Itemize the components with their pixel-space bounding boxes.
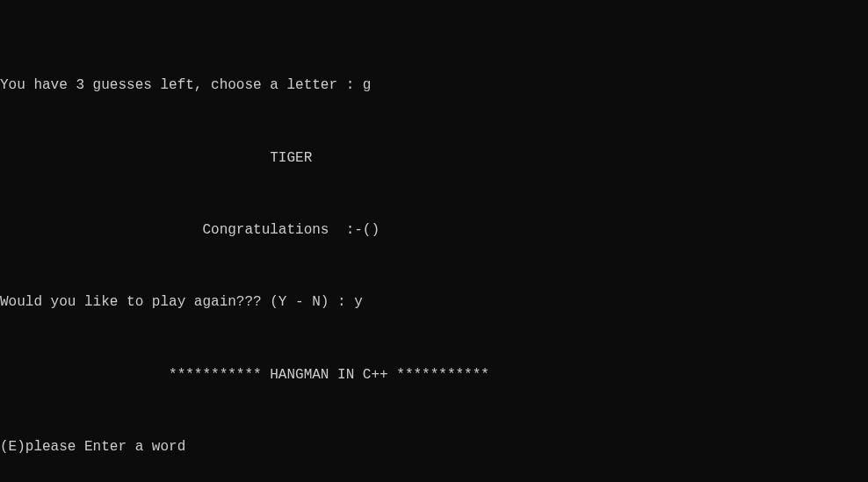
menu-option-e: (E)please Enter a word <box>0 438 868 457</box>
blank-line <box>0 475 868 482</box>
blank-line <box>0 330 868 348</box>
blank-line <box>0 185 868 203</box>
blank-line <box>0 258 868 276</box>
output-line-guesses-3: You have 3 guesses left, choose a letter… <box>0 76 868 95</box>
output-line-play-again: Would you like to play again??? (Y - N) … <box>0 293 868 312</box>
output-line-congrats: Congratulations :-() <box>0 221 868 240</box>
output-line-word: TIGER <box>0 149 868 168</box>
blank-line <box>0 113 868 131</box>
output-line-title-banner: *********** HANGMAN IN C++ *********** <box>0 366 868 385</box>
blank-line <box>0 402 868 420</box>
